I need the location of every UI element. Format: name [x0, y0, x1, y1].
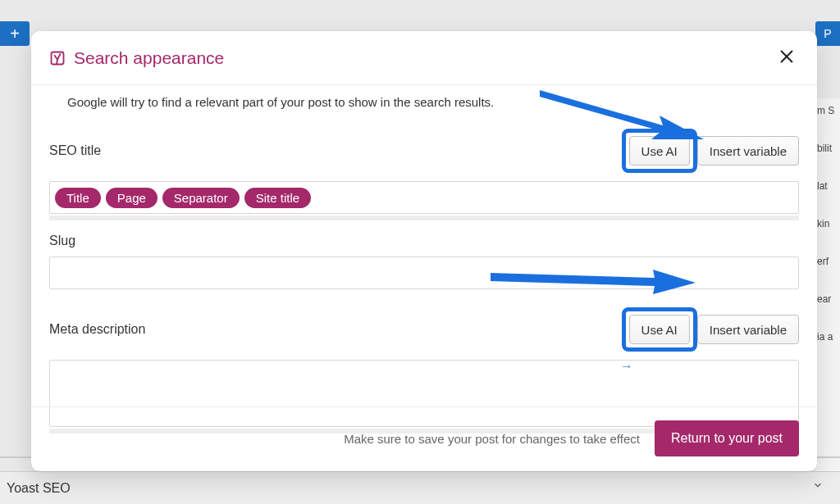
meta-row-header: Meta description Use AI Insert variable — [49, 307, 799, 352]
bg-side-frag: m S — [815, 98, 840, 136]
bg-publish-button[interactable]: P — [815, 21, 840, 46]
chevron-down-icon — [812, 479, 824, 494]
return-to-post-button[interactable]: Return to your post — [655, 420, 799, 456]
variable-pill-separator[interactable]: Separator — [162, 188, 240, 208]
seo-title-insert-variable-button[interactable]: Insert variable — [697, 136, 799, 166]
modal-footer: Make sure to save your post for changes … — [31, 406, 817, 471]
seo-title-label: SEO title — [49, 143, 622, 158]
bg-publish-frag: P — [824, 27, 831, 40]
ai-highlight-frame: Use AI — [622, 129, 697, 173]
meta-use-ai-button[interactable]: Use AI — [629, 315, 690, 344]
bg-side-frag: ear — [815, 287, 840, 325]
slug-row-header: Slug — [49, 234, 799, 248]
small-arrow-icon: → — [620, 359, 633, 374]
variable-pill-title[interactable]: Title — [55, 188, 101, 208]
bg-side-frag: lat — [815, 174, 840, 211]
slug-input[interactable] — [49, 257, 799, 289]
close-button[interactable] — [774, 44, 799, 71]
meta-label: Meta description — [49, 322, 622, 337]
search-appearance-modal: Search appearance Google will try to fin… — [31, 31, 817, 471]
modal-body: Google will try to find a relevant part … — [31, 95, 817, 434]
variable-pill-sitetitle[interactable]: Site title — [244, 188, 311, 208]
seo-title-row-header: SEO title Use AI Insert variable — [49, 129, 799, 173]
intro-text: Google will try to find a relevant part … — [49, 95, 799, 109]
bg-side-frag: ia a — [815, 325, 840, 362]
meta-insert-variable-button[interactable]: Insert variable — [697, 315, 799, 344]
variable-pill-page[interactable]: Page — [106, 188, 158, 208]
bg-side-frag: bilit — [815, 136, 840, 174]
modal-title: Search appearance — [74, 48, 224, 68]
seo-title-use-ai-button[interactable]: Use AI — [629, 136, 690, 166]
bg-add-button[interactable]: + — [0, 21, 30, 46]
bg-side-frag: kin — [815, 211, 840, 249]
bg-bottom-panel[interactable]: Yoast SEO — [0, 471, 840, 504]
bg-side-frag: erf — [815, 249, 840, 287]
footer-message: Make sure to save your post for changes … — [344, 432, 640, 446]
modal-header: Search appearance — [31, 31, 817, 85]
bg-side-panel: m S bilit lat kin erf ear ia a — [815, 98, 840, 471]
slug-label: Slug — [49, 234, 799, 248]
bg-bottom-label: Yoast SEO — [7, 481, 71, 496]
plus-icon: + — [10, 25, 20, 43]
ai-highlight-frame: Use AI — [622, 307, 697, 352]
seo-title-meter — [49, 216, 799, 220]
yoast-icon — [49, 50, 66, 66]
close-icon — [778, 56, 796, 68]
seo-title-input[interactable]: Title Page Separator Site title — [49, 181, 799, 214]
